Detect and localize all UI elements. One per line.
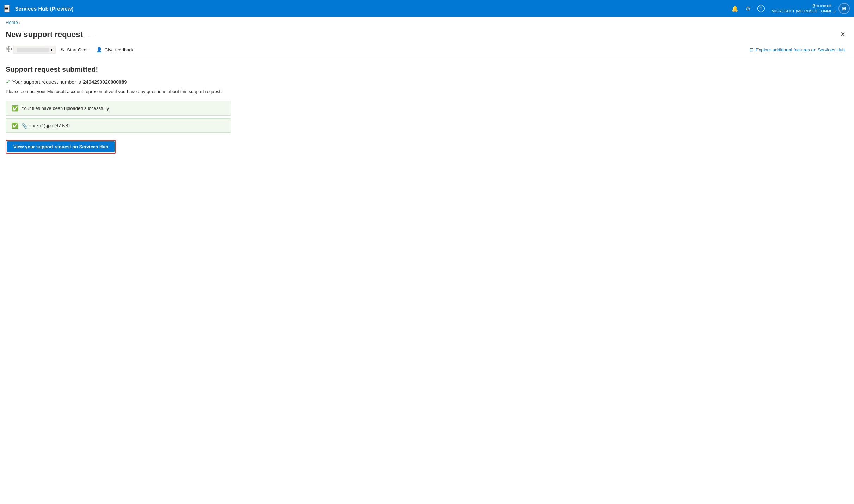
file-box: ✅ 📎 task (1).jpg (47 KB) [6, 118, 231, 133]
file-name: task (1).jpg (47 KB) [30, 123, 70, 128]
page-header: New support request ··· ✕ [0, 28, 854, 43]
start-over-label: Start Over [67, 47, 88, 52]
give-feedback-button[interactable]: 👤 Give feedback [93, 45, 137, 54]
user-avatar[interactable]: M [838, 3, 850, 14]
help-icon: ? [757, 5, 765, 12]
nav-icons-group: 🔔 ⚙ ? @microsoft.... MICROSOFT (MICROSOF… [729, 3, 850, 14]
explore-services-hub-button[interactable]: ⊟ Explore additional features on Service… [746, 45, 848, 54]
gear-icon: ⚙ [745, 6, 750, 12]
more-options-button[interactable]: ··· [86, 30, 98, 39]
check-icon: ✓ [6, 79, 10, 85]
settings-button[interactable]: ⚙ [743, 3, 753, 14]
top-navbar: ≡ Services Hub (Preview) 🔔 ⚙ ? @microsof… [0, 0, 854, 17]
explore-icon: ⊟ [749, 47, 754, 52]
notification-bell-button[interactable]: 🔔 [729, 3, 741, 14]
refresh-icon: ↻ [61, 47, 65, 52]
hamburger-menu-button[interactable]: ≡ [4, 5, 10, 12]
chevron-down-icon: ▾ [51, 48, 52, 52]
bell-icon: 🔔 [731, 6, 738, 12]
start-over-button[interactable]: ↻ Start Over [57, 45, 91, 54]
page-title: New support request [6, 30, 83, 39]
feedback-icon: 👤 [96, 47, 102, 52]
user-email: @microsoft.... [812, 3, 836, 8]
user-info-text: @microsoft.... MICROSOFT (MICROSOFT.ONMI… [772, 3, 836, 14]
breadcrumb-separator: › [19, 20, 21, 25]
subscription-dropdown[interactable]: ▾ [13, 46, 56, 54]
user-tenant: MICROSOFT (MICROSOFT.ONMI...) [772, 8, 836, 14]
success-title: Support request submitted! [6, 66, 848, 74]
help-button[interactable]: ? [755, 3, 767, 14]
subscription-label [17, 48, 49, 52]
breadcrumb: Home › [0, 17, 854, 28]
upload-success-row: ✅ Your files have been uploaded successf… [12, 105, 225, 112]
toolbar: ▾ ↻ Start Over 👤 Give feedback ⊟ Explore… [0, 43, 854, 57]
explore-label: Explore additional features on Services … [756, 47, 845, 52]
user-profile-block[interactable]: @microsoft.... MICROSOFT (MICROSOFT.ONMI… [769, 3, 850, 14]
file-row: ✅ 📎 task (1).jpg (47 KB) [12, 122, 225, 129]
view-support-request-button[interactable]: View your support request on Services Hu… [7, 141, 115, 152]
attachment-icon: 📎 [21, 123, 27, 129]
view-button-wrapper: View your support request on Services Hu… [6, 140, 116, 154]
network-icon [6, 46, 12, 54]
request-number-line: ✓ Your support request number is 2404290… [6, 79, 848, 85]
main-content: Support request submitted! ✓ Your suppor… [0, 57, 854, 162]
breadcrumb-home-link[interactable]: Home [6, 20, 18, 25]
give-feedback-label: Give feedback [104, 47, 134, 52]
upload-success-message: Your files have been uploaded successful… [21, 106, 109, 111]
upload-check-icon: ✅ [12, 105, 19, 112]
close-button[interactable]: ✕ [837, 29, 848, 40]
upload-success-box: ✅ Your files have been uploaded successf… [6, 101, 231, 116]
contact-info-text: Please contact your Microsoft account re… [6, 89, 848, 94]
request-number-prefix: Your support request number is [12, 79, 81, 85]
request-number: 2404290020000089 [83, 79, 127, 85]
app-title: Services Hub (Preview) [15, 6, 729, 12]
file-check-icon: ✅ [12, 122, 19, 129]
